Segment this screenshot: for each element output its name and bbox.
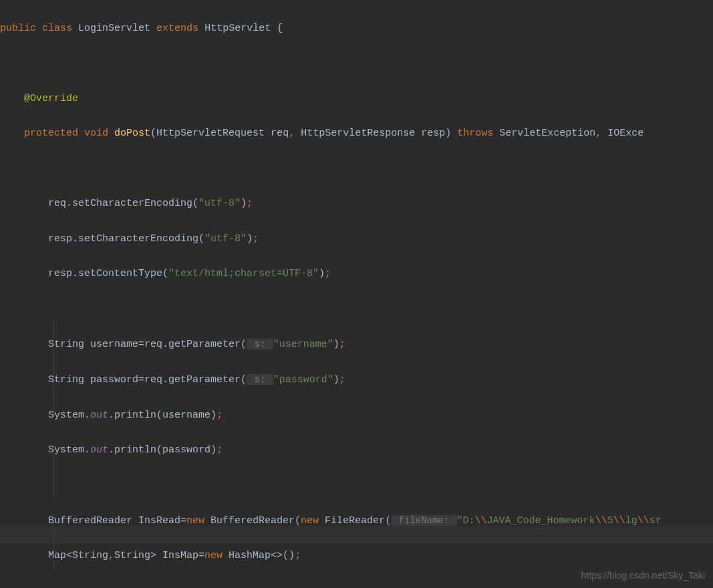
kw-extends: extends [156,23,198,34]
str-password: "password" [273,374,333,386]
param-hint-filename: fileName: [391,515,456,526]
param-hint-s: s: [247,339,273,349]
str-utf8: "utf-8" [198,198,241,209]
indent-guide [53,444,54,498]
str-username: "username" [273,339,333,350]
kw-class: class [42,23,72,34]
kw-public: public [0,23,36,34]
indent-guide [53,321,54,414]
field-out: out [90,410,108,421]
code-editor[interactable]: public class LoginServlet extends HttpSe… [0,0,713,588]
kw-void: void [84,128,108,139]
watermark: https://blog.csdn.net/Sky_Taki [581,567,705,584]
method-doPost: doPost [114,128,150,139]
annotation-override: @Override [24,93,78,104]
str-contenttype: "text/html;charset=UTF-8" [168,268,319,279]
kw-new: new [186,515,204,527]
kw-throws: throws [457,128,493,139]
kw-protected: protected [24,128,78,139]
class-name: LoginServlet [78,23,150,34]
escape-backslash: \\ [475,515,487,527]
superclass: HttpServlet [204,23,271,34]
indent-guide [53,514,54,568]
